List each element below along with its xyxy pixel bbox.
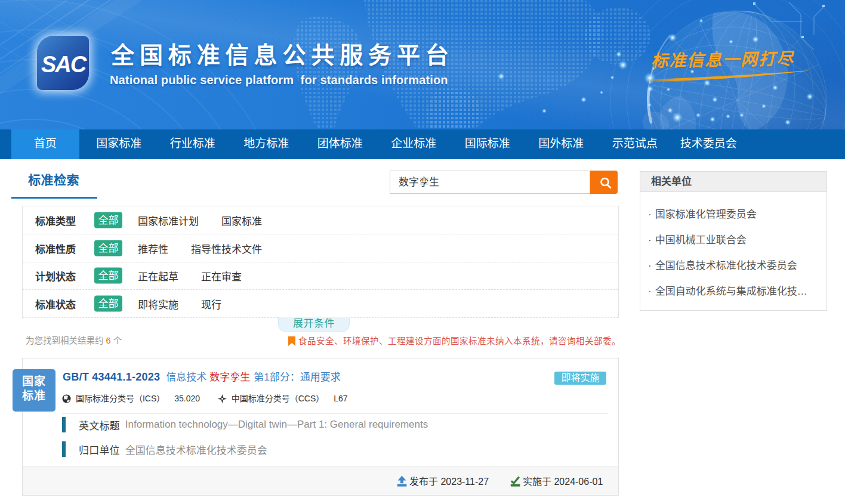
svg-text:SAC: SAC [41, 52, 87, 77]
